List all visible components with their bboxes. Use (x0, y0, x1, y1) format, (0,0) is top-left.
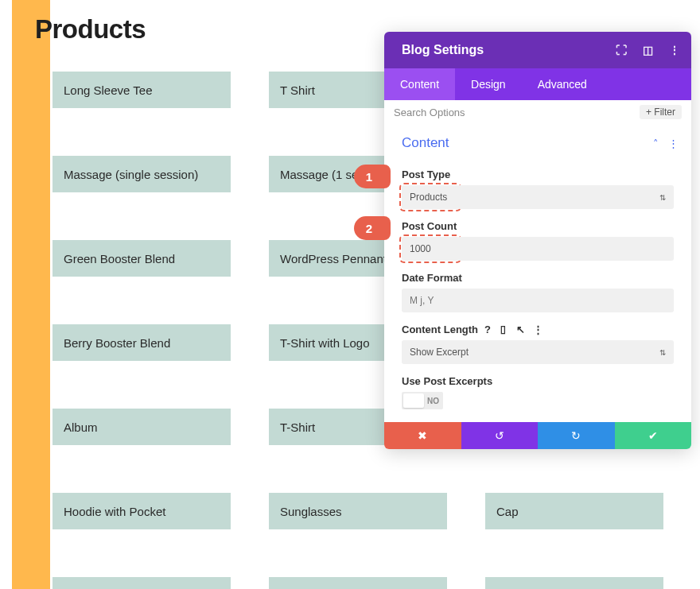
toggle-knob (403, 393, 424, 408)
search-input[interactable]: Search Options (394, 107, 465, 118)
search-row: Search Options + Filter (384, 100, 691, 124)
undo-icon: ↺ (495, 429, 504, 442)
product-card[interactable]: Cap (485, 493, 663, 529)
columns-icon[interactable]: ◫ (643, 44, 653, 56)
section-title: Content (402, 135, 449, 151)
section-content-header[interactable]: Content ˄ ⋮ (384, 124, 691, 157)
filter-button[interactable]: + Filter (640, 105, 682, 119)
product-card[interactable]: Green Booster Blend (52, 240, 231, 277)
updown-icon: ⇅ (659, 193, 666, 202)
panel-title: Blog Settings (402, 43, 484, 57)
post-count-value[interactable] (410, 243, 451, 254)
tab-design[interactable]: Design (455, 68, 522, 100)
post-count-input-rest[interactable] (457, 237, 674, 261)
content-length-label: Content Length ? ▭ ↖ ⋮ (402, 324, 674, 335)
field-more-icon[interactable]: ⋮ (533, 324, 543, 335)
date-format-label: Date Format (402, 272, 674, 284)
more-icon[interactable]: ⋮ (669, 44, 680, 56)
product-card[interactable]: Berry Booster Blend (52, 324, 231, 361)
marker-2-label: 2 (366, 222, 372, 235)
panel-header[interactable]: Blog Settings ⛶ ◫ ⋮ (384, 32, 691, 68)
post-type-select[interactable]: Products (402, 185, 459, 209)
plus-icon: + (646, 107, 651, 118)
product-card[interactable]: Long Sleeve Tee (52, 72, 231, 108)
product-card[interactable]: Album (52, 409, 231, 445)
date-format-value[interactable] (410, 295, 666, 306)
tab-content[interactable]: Content (384, 68, 455, 100)
product-card[interactable]: Massage (single session) (52, 156, 231, 192)
mobile-icon[interactable]: ▭ (498, 325, 510, 335)
panel-tabs: Content Design Advanced (384, 68, 691, 100)
product-card[interactable]: T-Shirt (485, 577, 663, 589)
product-card[interactable]: Sunglasses (269, 493, 447, 529)
post-type-label: Post Type (402, 169, 674, 180)
date-format-input[interactable] (402, 289, 674, 312)
left-accent-bar (12, 0, 50, 589)
annotation-marker-1: 1 (354, 165, 391, 188)
product-card[interactable]: Belt (52, 577, 231, 589)
use-excerpts-label: Use Post Excerpts (402, 375, 674, 387)
annotation-marker-2: 2 (354, 216, 391, 240)
expand-icon[interactable]: ⛶ (616, 44, 627, 56)
chevron-up-icon[interactable]: ˄ (653, 138, 659, 149)
help-icon[interactable]: ? (484, 324, 491, 335)
updown-icon: ⇅ (659, 348, 666, 357)
cursor-icon[interactable]: ↖ (516, 324, 525, 335)
content-length-label-text: Content Length (402, 324, 478, 335)
filter-label: Filter (654, 107, 675, 118)
content-length-select[interactable]: Show Excerpt ⇅ (402, 340, 674, 364)
post-type-select-rest[interactable]: ⇅ (457, 185, 674, 209)
product-card[interactable]: Beanie (269, 577, 447, 589)
marker-1-label: 1 (366, 170, 372, 184)
post-count-label: Post Count (402, 220, 674, 232)
product-card[interactable]: Hoodie with Pocket (52, 493, 231, 529)
close-icon: ✖ (418, 429, 427, 442)
redo-icon: ↻ (571, 429, 581, 442)
content-length-value: Show Excerpt (410, 347, 469, 358)
toggle-value: NO (427, 397, 439, 405)
post-type-value: Products (410, 192, 447, 203)
post-count-input[interactable] (402, 237, 459, 261)
section-more-icon[interactable]: ⋮ (668, 138, 679, 149)
cancel-button[interactable]: ✖ (384, 422, 461, 449)
fields-area: Post Type Products ⇅ Post Count Date For… (384, 157, 691, 422)
panel-footer: ✖ ↺ ↻ ✔ (384, 422, 691, 449)
page-title: Products (35, 14, 146, 45)
use-excerpts-toggle[interactable]: NO (402, 392, 443, 409)
tab-advanced[interactable]: Advanced (522, 68, 603, 100)
save-button[interactable]: ✔ (615, 422, 692, 449)
undo-button[interactable]: ↺ (461, 422, 539, 449)
redo-button[interactable]: ↻ (538, 422, 615, 449)
blog-settings-panel: Blog Settings ⛶ ◫ ⋮ Content Design Advan… (384, 32, 691, 449)
check-icon: ✔ (648, 429, 658, 442)
